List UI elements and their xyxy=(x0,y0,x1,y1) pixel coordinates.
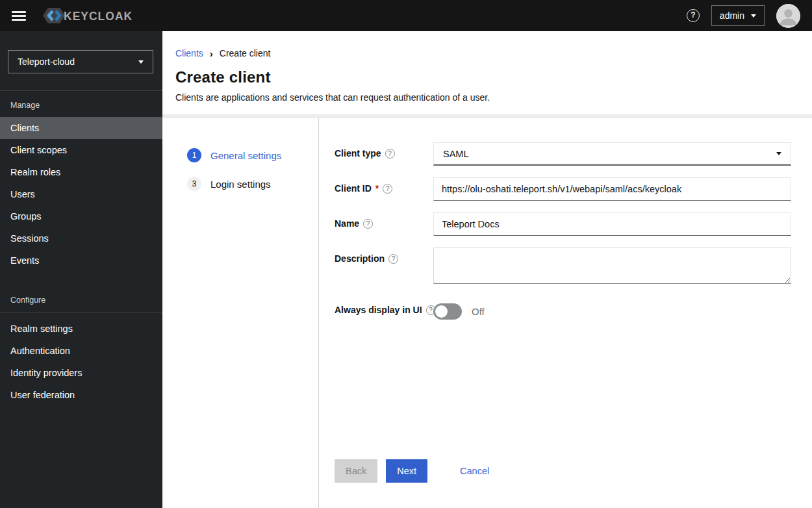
sidebar: Teleport-cloud Manage Clients Client sco… xyxy=(0,31,162,508)
keycloak-logo-image: KEYCLOAK xyxy=(42,4,144,27)
client-type-select[interactable]: SAML xyxy=(433,142,791,166)
caret-down-icon xyxy=(751,14,756,18)
required-indicator: * xyxy=(375,183,379,194)
field-label-text: Always display in UI xyxy=(335,305,422,315)
description-label: Description ? xyxy=(335,248,429,264)
step-number-badge: 1 xyxy=(187,148,201,162)
page-subtitle: Clients are applications and services th… xyxy=(175,92,796,103)
masthead: KEYCLOAK ? admin xyxy=(0,0,812,31)
client-type-label: Client type ? xyxy=(335,142,429,159)
client-id-input[interactable] xyxy=(433,177,791,201)
back-button[interactable]: Back xyxy=(335,459,377,483)
user-menu-dropdown[interactable]: admin xyxy=(711,5,765,26)
sidebar-item-client-scopes[interactable]: Client scopes xyxy=(0,139,162,161)
wizard-step-general-settings[interactable]: 1 General settings xyxy=(162,144,318,167)
field-label-text: Description xyxy=(335,253,385,264)
always-display-label: Always display in UI ? xyxy=(335,301,429,315)
name-input[interactable] xyxy=(433,212,791,236)
sidebar-item-realm-roles[interactable]: Realm roles xyxy=(0,161,162,183)
nav-section-configure-label: Configure xyxy=(0,286,162,312)
general-settings-form: Client type ? SAML Client ID * ? xyxy=(335,118,791,459)
always-display-toggle[interactable] xyxy=(433,303,462,320)
wizard-nav: 1 General settings 3 Login settings xyxy=(162,118,318,508)
sidebar-item-authentication[interactable]: Authentication xyxy=(0,340,162,362)
caret-down-icon xyxy=(138,60,144,64)
description-textarea[interactable] xyxy=(433,248,791,284)
description-row: Description ? xyxy=(335,248,791,284)
page-title: Create client xyxy=(175,68,796,86)
caret-down-icon xyxy=(776,152,781,155)
realm-selector[interactable]: Teleport-cloud xyxy=(8,50,153,73)
sidebar-item-identity-providers[interactable]: Identity providers xyxy=(0,362,162,384)
field-label-text: Client type xyxy=(335,148,381,159)
nav-section-manage-label: Manage xyxy=(0,91,162,117)
client-id-row: Client ID * ? xyxy=(335,177,791,201)
question-circle-icon[interactable]: ? xyxy=(363,219,373,229)
sidebar-item-groups[interactable]: Groups xyxy=(0,205,162,227)
client-type-row: Client type ? SAML xyxy=(335,142,791,166)
avatar-icon xyxy=(776,4,800,28)
wizard-footer: Back Next Cancel xyxy=(335,459,791,508)
cancel-link[interactable]: Cancel xyxy=(460,466,489,476)
main-content: Clients › Create client Create client Cl… xyxy=(162,31,812,508)
toggle-state-label: Off xyxy=(472,306,485,317)
step-label: General settings xyxy=(210,150,281,161)
hamburger-menu-icon[interactable] xyxy=(12,11,26,21)
name-label: Name ? xyxy=(335,212,429,229)
sidebar-item-events[interactable]: Events xyxy=(0,249,162,272)
page-header: Clients › Create client Create client Cl… xyxy=(162,31,812,114)
avatar[interactable] xyxy=(776,4,800,28)
always-display-toggle-wrap: Off xyxy=(433,301,791,320)
user-menu-label: admin xyxy=(720,10,744,21)
client-id-label: Client ID * ? xyxy=(335,177,429,194)
breadcrumb: Clients › Create client xyxy=(175,48,796,58)
question-circle-icon[interactable]: ? xyxy=(388,254,398,264)
question-circle-icon[interactable]: ? xyxy=(383,184,392,194)
keycloak-logo: KEYCLOAK xyxy=(42,4,144,27)
name-row: Name ? xyxy=(335,212,791,236)
sidebar-item-realm-settings[interactable]: Realm settings xyxy=(0,318,162,340)
step-number-badge: 3 xyxy=(187,177,201,191)
keycloak-logo-text: KEYCLOAK xyxy=(64,10,133,23)
breadcrumb-separator-icon: › xyxy=(210,49,213,58)
help-icon[interactable]: ? xyxy=(687,9,700,22)
step-label: Login settings xyxy=(210,179,271,190)
wizard-step-login-settings[interactable]: 3 Login settings xyxy=(162,172,318,196)
next-button[interactable]: Next xyxy=(386,459,427,483)
breadcrumb-current: Create client xyxy=(220,48,271,58)
wizard-content: Client type ? SAML Client ID * ? xyxy=(318,118,812,508)
sidebar-item-user-federation[interactable]: User federation xyxy=(0,384,162,406)
realm-selector-value: Teleport-cloud xyxy=(18,57,75,67)
sidebar-item-sessions[interactable]: Sessions xyxy=(0,227,162,249)
create-client-wizard: 1 General settings 3 Login settings Clie… xyxy=(162,118,812,508)
breadcrumb-clients-link[interactable]: Clients xyxy=(175,48,203,58)
sidebar-item-users[interactable]: Users xyxy=(0,183,162,205)
question-circle-icon[interactable]: ? xyxy=(385,149,395,159)
field-label-text: Client ID xyxy=(335,183,372,194)
sidebar-item-clients[interactable]: Clients xyxy=(0,117,162,139)
field-label-text: Name xyxy=(335,218,359,229)
toggle-knob xyxy=(435,305,448,318)
client-type-selected-value: SAML xyxy=(443,149,469,159)
always-display-row: Always display in UI ? Off xyxy=(335,301,791,320)
